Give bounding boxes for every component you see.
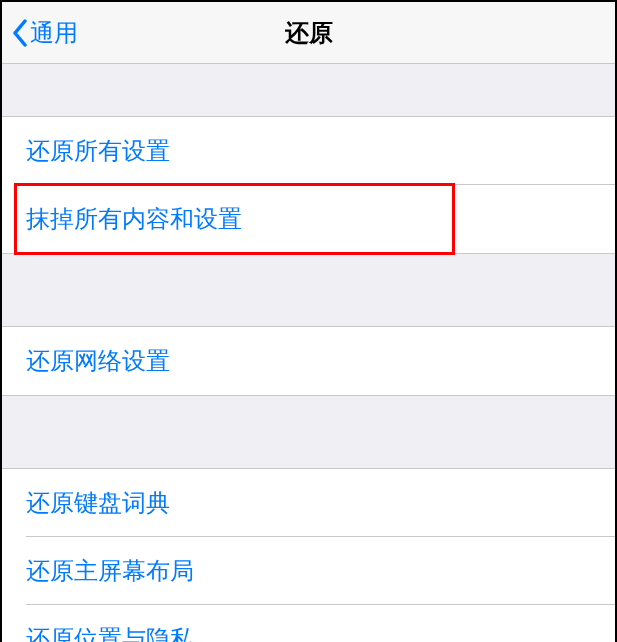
erase-all-content-cell[interactable]: 抹掉所有内容和设置	[2, 185, 615, 253]
settings-group-2: 还原网络设置	[2, 326, 615, 396]
reset-keyboard-dict-cell[interactable]: 还原键盘词典	[2, 469, 615, 537]
reset-location-privacy-cell[interactable]: 还原位置与隐私	[2, 605, 615, 642]
cell-label: 抹掉所有内容和设置	[26, 203, 242, 235]
back-label: 通用	[30, 17, 78, 49]
reset-network-settings-cell[interactable]: 还原网络设置	[2, 327, 615, 395]
reset-all-settings-cell[interactable]: 还原所有设置	[2, 117, 615, 185]
reset-home-layout-cell[interactable]: 还原主屏幕布局	[2, 537, 615, 605]
cell-label: 还原位置与隐私	[26, 623, 194, 642]
navigation-bar: 通用 还原	[2, 2, 615, 64]
settings-group-1: 还原所有设置 抹掉所有内容和设置	[2, 116, 615, 254]
cell-label: 还原键盘词典	[26, 487, 170, 519]
back-button[interactable]: 通用	[2, 17, 78, 49]
cell-label: 还原主屏幕布局	[26, 555, 194, 587]
cell-label: 还原所有设置	[26, 135, 170, 167]
group-separator	[2, 254, 615, 326]
cell-label: 还原网络设置	[26, 345, 170, 377]
group-separator	[2, 64, 615, 116]
chevron-left-icon	[12, 19, 28, 47]
group-separator	[2, 396, 615, 468]
page-title: 还原	[285, 17, 333, 49]
settings-group-3: 还原键盘词典 还原主屏幕布局 还原位置与隐私	[2, 468, 615, 642]
